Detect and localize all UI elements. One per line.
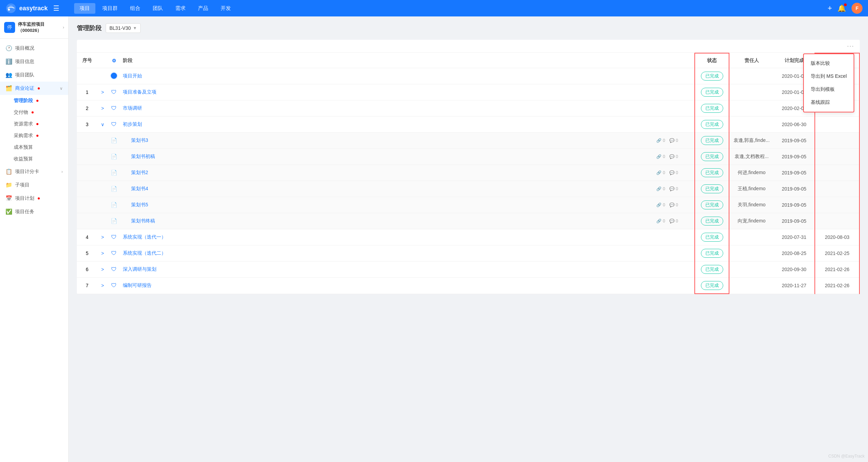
cell-plan-date: 2019-09-05 xyxy=(774,133,815,149)
logo-text: easytrack xyxy=(19,5,48,12)
cell-expand[interactable]: ∨ xyxy=(97,117,108,133)
cell-plan-date: 2020-09-30 xyxy=(774,262,815,278)
cell-stage: 初步策划 xyxy=(120,117,654,133)
cell-attach xyxy=(654,262,695,278)
attach-info[interactable]: 🔗0 xyxy=(656,138,665,143)
sidebar-item-team[interactable]: 👥 项目团队 xyxy=(0,68,68,82)
comment-info[interactable]: 💬0 xyxy=(669,186,678,191)
comment-info[interactable]: 💬0 xyxy=(669,219,678,223)
stage-link[interactable]: 策划书终稿 xyxy=(131,218,155,223)
attach-info[interactable]: 🔗0 xyxy=(656,186,665,191)
sidebar-item-resource[interactable]: 资源需求 xyxy=(14,118,68,130)
page-title: 管理阶段 xyxy=(77,24,102,32)
table-container: ··· 版本比较 导出到 MS Excel 导出到模板 基线跟踪 序号 ⚙ xyxy=(77,40,860,294)
nav-item-project[interactable]: 项目 xyxy=(74,3,95,14)
cell-expand[interactable]: > xyxy=(97,100,108,117)
cell-attach xyxy=(654,117,695,133)
nav-item-dev[interactable]: 开发 xyxy=(215,3,236,14)
dropdown-item-export-excel[interactable]: 导出到 MS Excel xyxy=(804,70,854,83)
cell-expand[interactable]: > xyxy=(97,262,108,278)
comment-info[interactable]: 💬0 xyxy=(669,203,678,207)
plan-icon: 📅 xyxy=(5,195,12,202)
th-seq: 序号 xyxy=(77,53,97,68)
phase-select[interactable]: BL31-V30 ▼ xyxy=(106,23,141,33)
sidebar-label-subproject: 子项目 xyxy=(15,182,30,188)
attach-info[interactable]: 🔗0 xyxy=(656,203,665,207)
cell-stage: 深入调研与策划 xyxy=(120,262,654,278)
hamburger-icon[interactable]: ☰ xyxy=(53,4,59,12)
nav-item-demand[interactable]: 需求 xyxy=(170,3,191,14)
stage-link[interactable]: 深入调研与策划 xyxy=(123,266,156,272)
cell-expand[interactable]: > xyxy=(97,245,108,262)
attach-icon: 🔗 xyxy=(656,219,661,223)
sidebar-item-info[interactable]: ℹ️ 项目信息 xyxy=(0,55,68,68)
sidebar-item-deliverable[interactable]: 交付物 xyxy=(14,107,68,118)
cell-expand[interactable]: > xyxy=(97,229,108,245)
add-button[interactable]: + xyxy=(828,4,832,13)
cell-version-compare: 2020-08-03 xyxy=(815,229,859,245)
stage-link[interactable]: 系统实现（迭代一） xyxy=(123,234,166,240)
more-options-icon[interactable]: ··· xyxy=(847,42,854,50)
project-header[interactable]: 停 停车监控项目（000026） › xyxy=(0,16,68,39)
shield-icon: 🛡 xyxy=(111,121,117,127)
sidebar-item-task[interactable]: ✅ 项目任务 xyxy=(0,205,68,218)
comment-info[interactable]: 💬0 xyxy=(669,170,678,175)
cell-version-compare xyxy=(815,117,859,133)
sidebar-item-subproject[interactable]: 📁 子项目 xyxy=(0,178,68,192)
sidebar-item-purchase[interactable]: 采购需求 xyxy=(14,130,68,142)
sidebar-item-business[interactable]: 🗂️ 商业论证 ∨ xyxy=(0,82,68,95)
nav-item-product[interactable]: 产品 xyxy=(192,3,214,14)
stage-link[interactable]: 项目准备及立项 xyxy=(123,89,156,95)
comment-icon: 💬 xyxy=(669,203,675,207)
cell-icon: 🛡 xyxy=(108,278,120,294)
nav-item-group[interactable]: 项目群 xyxy=(97,3,123,14)
attach-info[interactable]: 🔗0 xyxy=(656,154,665,159)
stage-link[interactable]: 系统实现（迭代二） xyxy=(123,250,166,256)
th-attach xyxy=(654,53,695,68)
sidebar-item-overview[interactable]: 🕐 项目概况 xyxy=(0,41,68,55)
attach-info[interactable]: 🔗0 xyxy=(656,219,665,223)
cell-status: 已完成 xyxy=(695,133,729,149)
stage-link[interactable]: 策划书5 xyxy=(131,202,148,207)
nav-item-team[interactable]: 团队 xyxy=(147,3,168,14)
dropdown-item-export-template[interactable]: 导出到模板 xyxy=(804,83,854,96)
cell-icon: 📄 xyxy=(108,133,120,149)
stage-link[interactable]: 初步策划 xyxy=(123,121,142,127)
cell-version-compare xyxy=(815,197,859,213)
cell-expand[interactable]: > xyxy=(97,84,108,100)
sidebar-item-phase[interactable]: 管理阶段 xyxy=(14,95,68,107)
stage-link[interactable]: 策划书3 xyxy=(131,137,148,143)
shield-icon: 🛡 xyxy=(111,250,117,256)
dropdown-item-baseline[interactable]: 基线跟踪 xyxy=(804,96,854,109)
status-badge: 已完成 xyxy=(701,152,723,161)
comment-info[interactable]: 💬0 xyxy=(669,154,678,159)
stage-link[interactable]: 策划书4 xyxy=(131,186,148,191)
sidebar-item-plan[interactable]: 📅 项目计划 xyxy=(0,192,68,205)
comment-icon: 💬 xyxy=(669,186,675,191)
circle-icon xyxy=(111,73,117,79)
cell-status: 已完成 xyxy=(695,262,729,278)
stage-link[interactable]: 编制可研报告 xyxy=(123,282,152,288)
cell-status: 已完成 xyxy=(695,245,729,262)
cell-seq: 3 xyxy=(77,117,97,133)
cell-icon: 🛡 xyxy=(108,117,120,133)
nav-item-portfolio[interactable]: 组合 xyxy=(125,3,146,14)
stage-link[interactable]: 策划书初稿 xyxy=(131,154,155,159)
dropdown-item-version-compare[interactable]: 版本比较 xyxy=(804,57,854,70)
sidebar-item-cost[interactable]: 成本预算 xyxy=(14,142,68,153)
comment-info[interactable]: 💬0 xyxy=(669,138,678,143)
status-badge: 已完成 xyxy=(701,72,723,81)
user-avatar[interactable]: F xyxy=(852,3,863,14)
attach-info[interactable]: 🔗0 xyxy=(656,170,665,175)
stage-link[interactable]: 市场调研 xyxy=(123,105,142,111)
notification-bell[interactable]: 🔔 xyxy=(837,4,846,12)
stage-link[interactable]: 策划书2 xyxy=(131,170,148,175)
cell-expand[interactable]: > xyxy=(97,278,108,294)
stage-link[interactable]: 项目开始 xyxy=(123,73,142,78)
sidebar-item-scorecard[interactable]: 📋 项目计分卡 › xyxy=(0,165,68,178)
cell-icon: 🛡 xyxy=(108,229,120,245)
cell-status: 已完成 xyxy=(695,165,729,181)
sidebar-item-revenue[interactable]: 收益预算 xyxy=(14,153,68,165)
cell-person: 袁逢,郭嘉,finde... xyxy=(729,133,774,149)
cell-seq xyxy=(77,165,97,181)
